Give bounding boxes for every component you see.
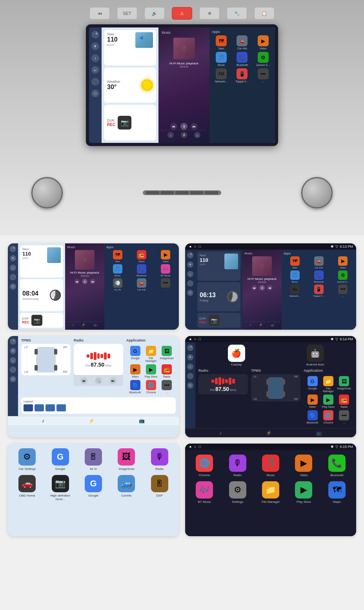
big-app-google2[interactable]: G Google xyxy=(79,475,108,501)
mini-prev-1[interactable]: ⏮ xyxy=(74,279,80,284)
panel-app-more-d[interactable]: •••… xyxy=(337,410,351,424)
mini-ph-icon[interactable]: 📞 xyxy=(10,274,16,280)
play-btn[interactable]: ⏸ xyxy=(180,123,187,130)
layout-opt-4[interactable] xyxy=(56,404,66,411)
app-video[interactable]: ▶ Video xyxy=(254,35,273,50)
big-app-radio-d[interactable]: 🎙 Radio xyxy=(223,455,252,477)
back-icon-2[interactable]: ◄ xyxy=(188,337,192,341)
mini-app-toppal-2[interactable]: 📱Toppal V… xyxy=(308,285,330,297)
big-app-playstore-d[interactable]: ▶ Play Store xyxy=(289,481,318,504)
left-knob[interactable] xyxy=(31,177,63,208)
layout-opt-1[interactable] xyxy=(24,404,33,411)
panel-app-bt-d[interactable]: 🔵Bluetooth xyxy=(306,410,319,424)
mini-bottom-icon-2c[interactable]: 📺 xyxy=(271,323,275,327)
mini-next-2[interactable]: ⏭ xyxy=(267,285,273,290)
tpms-ph-icon[interactable]: 📞 xyxy=(10,367,16,373)
app-toppal[interactable]: 📱 Toppai V… xyxy=(233,68,251,83)
panel-app-vid-l[interactable]: ▶Video xyxy=(128,364,142,378)
mini-next-1[interactable]: ⏭ xyxy=(90,279,95,284)
btn-mirror[interactable]: ⏮ xyxy=(89,7,110,20)
prev-btn[interactable]: ⏮ xyxy=(170,123,177,130)
panel-app-fm-l[interactable]: 📁File Manager xyxy=(144,346,158,362)
next-btn[interactable]: ⏭ xyxy=(191,123,198,130)
bottom-icon-tv-d[interactable]: 📺 xyxy=(316,430,322,436)
music-icon[interactable]: ♪ xyxy=(91,54,99,62)
big-app-obd[interactable]: 🚗 OBD Home xyxy=(13,475,42,501)
panel-app-radio-d[interactable]: 📻Radio xyxy=(337,394,351,408)
btn-set[interactable]: SET xyxy=(117,7,137,20)
mini-app-air-1[interactable]: 💨Air_IN xyxy=(106,278,129,291)
mini-play-1[interactable]: ⏸ xyxy=(82,279,87,284)
bottom-icon-bt[interactable]: ⚡ xyxy=(89,418,95,424)
tpms-ph-icon-d[interactable]: 📞 xyxy=(187,373,193,379)
btn-settings[interactable]: 🔧 xyxy=(227,7,247,20)
nav-icon[interactable]: ✈ xyxy=(91,42,99,50)
mini-prev-2[interactable]: ⏮ xyxy=(251,285,257,290)
layout-opt-2[interactable] xyxy=(35,404,44,411)
panel-app-vid-d[interactable]: ▶Video xyxy=(306,394,319,408)
mini-app-navi-2[interactable]: 🗺Navi xyxy=(284,256,306,269)
panel-app-chrome-d[interactable]: 🌐Chrome xyxy=(321,410,335,424)
right-knob[interactable] xyxy=(301,177,333,208)
tpms-mus-icon[interactable]: ♪ xyxy=(10,357,16,363)
apps-icon[interactable]: ⬡ xyxy=(91,89,99,97)
panel-app-ps-d[interactable]: ▶Play Store xyxy=(321,394,335,408)
panel-app-bt-l[interactable]: 🔵Bluetooth xyxy=(128,380,142,394)
bottom-icon-note-d[interactable]: ♪ xyxy=(219,430,222,436)
big-app-music-d[interactable]: 🎵 Music xyxy=(256,455,285,477)
mini-nav-icon[interactable]: ✈ xyxy=(10,255,16,261)
back-icon-3[interactable]: ◄ xyxy=(188,445,192,449)
tpms-mus-icon-d[interactable]: ♪ xyxy=(187,363,193,370)
big-app-radio[interactable]: 🎙 Radio xyxy=(145,448,174,471)
panel-app-chrome-l[interactable]: 🌐Chrome xyxy=(144,380,158,394)
recents-icon-2[interactable]: □ xyxy=(198,337,200,341)
home-icon-1[interactable]: ○ xyxy=(194,245,196,248)
big-app-chrome-d[interactable]: 🌐 Chrome xyxy=(190,455,219,477)
app-more[interactable]: ••• … xyxy=(254,68,273,83)
mini-bottom-icon-1b[interactable]: ⚡ xyxy=(82,323,86,327)
mini-app-bt-2[interactable]: 📞Bluetooth xyxy=(308,270,330,283)
app-bluetooth[interactable]: 📞 Bluetooth xyxy=(233,52,251,66)
mini-app-fm-2[interactable]: FMNetwork… xyxy=(284,285,306,297)
bluetooth-music-icon[interactable]: ⚡ xyxy=(181,132,187,138)
big-app-maps-d[interactable]: 🗺 Maps xyxy=(322,481,351,504)
tpms-apps-icon[interactable]: ⬡ xyxy=(10,376,16,382)
carplay-icon[interactable]: 🍎 xyxy=(228,345,245,362)
mini-apps-icon-2[interactable]: ⬡ xyxy=(187,290,193,296)
mini-nav-icon-2[interactable]: ✈ xyxy=(187,261,193,268)
mini-apps-icon[interactable]: ⬡ xyxy=(10,283,16,290)
panel-app-google-d[interactable]: GGoogle xyxy=(306,376,319,393)
recents-icon-3[interactable]: □ xyxy=(198,445,200,449)
bottom-icon-tv[interactable]: 📺 xyxy=(139,418,145,424)
big-app-imagescan[interactable]: 🖼 ImageScan xyxy=(112,448,141,471)
mini-ph-icon-2[interactable]: 📞 xyxy=(187,280,193,287)
app-navi[interactable]: 🗺 Navi xyxy=(212,35,231,50)
btn-volume[interactable]: 🔊 xyxy=(144,7,165,20)
mini-bottom-icon-2a[interactable]: ♪ xyxy=(249,323,251,327)
mini-app-video-2[interactable]: ▶Video xyxy=(332,256,354,269)
mic-icon[interactable]: 🎤 xyxy=(91,31,99,38)
big-app-btmusic-d[interactable]: 🎶 BT Music xyxy=(190,481,219,504)
home-icon-2[interactable]: ○ xyxy=(194,337,196,341)
panel-app-img-l[interactable]: 🖼ImageScan xyxy=(160,346,174,362)
big-app-bt-d[interactable]: 📞 Bluetooth xyxy=(322,455,351,477)
radio-prev-btn[interactable]: ⏮ xyxy=(80,377,87,384)
mini-app-music-1[interactable]: 🎵Music xyxy=(106,264,129,277)
mini-app-ci-1[interactable]: 🚗Car Info xyxy=(130,278,153,291)
mini-app-radio-1[interactable]: 📻Radio xyxy=(130,250,153,263)
app-music[interactable]: 🎵 Music xyxy=(212,52,231,66)
app-network[interactable]: FM Network… xyxy=(212,68,231,83)
bottom-icon-note[interactable]: ♪ xyxy=(42,418,44,424)
tpms-nav-icon[interactable]: ✈ xyxy=(10,348,16,354)
mini-app-more-2[interactable]: •••… xyxy=(332,285,354,297)
mini-mic-icon-2[interactable]: 🎤 xyxy=(187,252,193,258)
mini-app-btm-1[interactable]: 🎶BT Music xyxy=(155,264,177,277)
mini-app-video-1[interactable]: ▶Video xyxy=(155,250,177,263)
radio-search-btn[interactable]: 🔍 xyxy=(95,377,102,384)
mini-bottom-icon-1c[interactable]: 📺 xyxy=(93,323,97,327)
big-app-google[interactable]: G Google xyxy=(46,448,75,471)
mini-bottom-icon-2b[interactable]: ⚡ xyxy=(259,323,263,327)
home-icon-3[interactable]: ○ xyxy=(194,445,196,449)
big-app-avin[interactable]: 🎚 Av In xyxy=(79,448,108,471)
bottom-icon-bt-d[interactable]: ⚡ xyxy=(266,430,272,436)
